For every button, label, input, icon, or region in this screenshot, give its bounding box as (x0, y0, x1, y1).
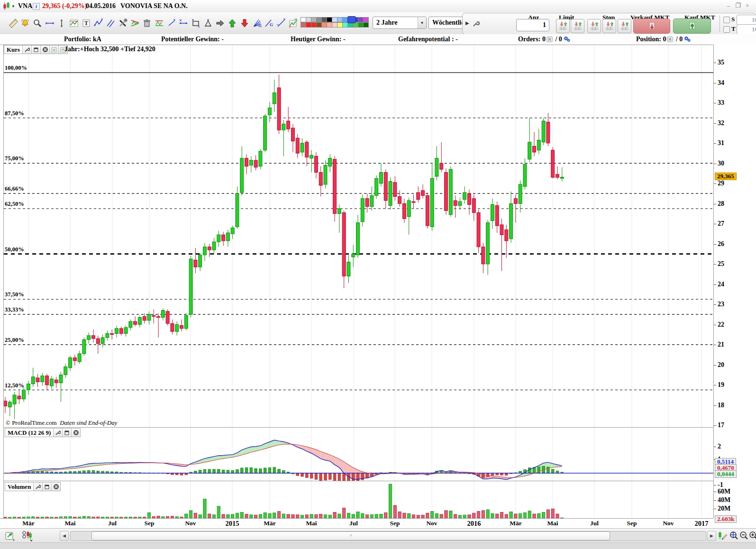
quote-date: 04.05.2016 (86, 2, 116, 10)
copy-window-icon[interactable] (42, 483, 51, 491)
window-bottom-strip (0, 542, 756, 549)
volume-panel-title: Volumen (5, 483, 33, 491)
chevron-down-icon[interactable]: ▼ (418, 17, 426, 28)
tool-indicator-settings[interactable] (287, 15, 300, 31)
stop-buy-button[interactable] (618, 19, 631, 33)
tool-text[interactable]: T (80, 15, 92, 31)
settings-wrench-icon[interactable] (472, 20, 480, 29)
account-item-portfolio: Portfolio: kA (64, 36, 101, 43)
wrench-icon[interactable] (53, 429, 62, 437)
retracement-level-label: 75,00% (5, 155, 24, 162)
tool-diagonal-line[interactable] (274, 15, 287, 31)
tool-chart-line[interactable] (68, 15, 81, 31)
copy-window-icon[interactable] (31, 46, 40, 54)
price-axis-tick: 24 (714, 281, 724, 288)
tool-alarm[interactable] (19, 15, 32, 31)
buy-market-button[interactable] (673, 18, 711, 34)
zoom-in-icon[interactable] (747, 530, 756, 542)
price-axis-tick: 22 (714, 321, 724, 329)
tool-channel[interactable] (153, 15, 165, 31)
price-axis-tick: 25 (714, 260, 724, 268)
clear-orders-icon[interactable] (547, 37, 553, 42)
s-checkbox[interactable] (723, 17, 730, 23)
tool-arrow-down[interactable] (238, 15, 251, 31)
copy-window-icon[interactable] (62, 429, 71, 437)
wrench-icon[interactable] (33, 483, 42, 491)
quantity-input[interactable] (516, 19, 549, 31)
tool-parallel-lines[interactable] (104, 15, 117, 31)
symbol-dropdown-icon[interactable]: ▼ (11, 4, 15, 9)
price-axis-tick: 17 (714, 421, 724, 429)
tool-ruler[interactable] (7, 15, 19, 31)
minimize-button[interactable]: – (724, 2, 733, 9)
scrollbar-handle[interactable]: ≡ (91, 531, 610, 540)
t-value-field[interactable]: 10 (737, 24, 756, 35)
sell-order-icon (647, 21, 657, 31)
period-select[interactable]: 2 Jahre ▼ (373, 17, 427, 29)
tool-vertical-cursor[interactable] (55, 15, 68, 31)
scrollbar-track[interactable]: ≡ (70, 531, 706, 541)
limit-buy-button[interactable] (556, 19, 570, 33)
time-axis[interactable]: MärMaiJulSepNov2015MärMaiJulSepNov2016Mä… (0, 518, 713, 529)
tool-zigzag[interactable] (92, 15, 105, 31)
order-settings-gear-icon[interactable] (683, 36, 691, 42)
stop-sell-button[interactable] (587, 19, 601, 33)
clear-orders-icon[interactable] (667, 37, 673, 42)
time-axis-label: Nov (426, 520, 437, 527)
stop-sell2-button[interactable] (602, 19, 616, 33)
close-panel-icon[interactable] (40, 46, 49, 54)
price-axis-tick: 31 (714, 139, 724, 147)
s-value-field[interactable]: 10 (737, 15, 756, 25)
sell-market-button[interactable] (633, 18, 670, 34)
price-axis[interactable]: 3534333231302928272625242322212019181729… (713, 45, 756, 518)
info-icon[interactable]: i (33, 3, 40, 10)
tool-trendline[interactable] (165, 15, 178, 31)
palette-swatch[interactable] (363, 22, 369, 27)
limit-buy2-button[interactable] (571, 19, 584, 33)
macd-value-tag: 0,0444 (715, 470, 737, 478)
title-bar: ▼ VNA i 29,365 (-0,29%) 04.05.2016 VONOV… (0, 0, 756, 13)
move-down-icon[interactable] (49, 46, 58, 54)
extend-line-icon (179, 18, 188, 28)
tool-toolbox[interactable] (116, 15, 129, 31)
chart-objects-icon[interactable] (21, 530, 33, 542)
tool-angle-gann[interactable]: G (263, 15, 275, 31)
retracement-level-label: 50,00% (5, 246, 24, 253)
price-chart[interactable] (4, 45, 713, 428)
macd-panel-header: MACD (12 26 9) (5, 428, 81, 437)
palette-swatch[interactable] (363, 17, 369, 22)
wrench-icon[interactable] (22, 46, 31, 54)
tool-extend-line[interactable] (177, 15, 190, 31)
t-checkbox[interactable] (723, 26, 730, 33)
tool-arrow-up[interactable] (226, 15, 239, 31)
tool-trash[interactable] (141, 15, 154, 31)
volume-chart[interactable] (4, 481, 713, 519)
tool-fan-gann[interactable]: G (250, 15, 263, 31)
palette-swatch[interactable] (347, 16, 356, 23)
price-axis-tick: 29 (714, 180, 724, 187)
tool-rectangle[interactable] (190, 15, 202, 31)
tool-pattern[interactable] (128, 15, 141, 31)
arrow-up-icon (228, 18, 237, 28)
last-price: 29,365 (-0,29%) (42, 2, 87, 10)
scroll-right-button[interactable]: ▶ (707, 531, 716, 541)
toolbox-icon (118, 18, 128, 28)
account-value: - (221, 36, 224, 43)
tool-zoom[interactable] (31, 15, 44, 31)
macd-chart[interactable] (4, 427, 713, 481)
export-chart-icon[interactable] (4, 530, 16, 542)
order-settings-gear-icon[interactable] (563, 36, 571, 42)
time-axis-label: Sep (144, 520, 154, 527)
tool-arrow-right[interactable] (214, 15, 227, 31)
tool-horizontal-segment[interactable] (43, 15, 56, 31)
collapse-arrow-icon[interactable]: ▶ (465, 20, 469, 26)
close-panel-icon[interactable] (71, 429, 80, 437)
restore-button[interactable]: ❐ (734, 2, 742, 9)
time-axis-label: Mai (547, 520, 558, 527)
close-button[interactable]: × (743, 2, 752, 9)
time-axis-label: Mai (306, 520, 317, 527)
close-panel-icon[interactable] (51, 483, 60, 491)
scroll-left-button[interactable]: ◀ (60, 531, 69, 541)
tool-triangle[interactable] (201, 15, 214, 31)
retracement-level-label: 62,50% (5, 201, 24, 208)
